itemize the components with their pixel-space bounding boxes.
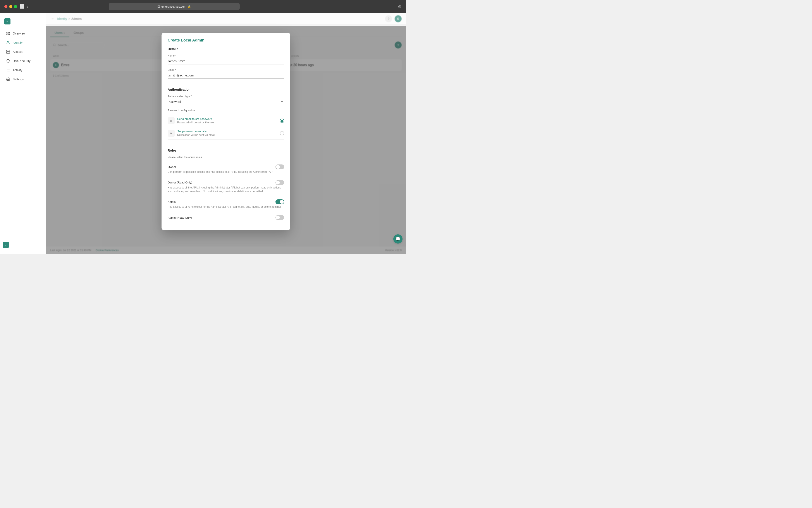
send-email-radio[interactable] <box>280 119 284 123</box>
name-label: Name * <box>168 54 284 57</box>
details-section-heading: Details <box>168 47 284 51</box>
set-manually-radio[interactable] <box>280 131 284 135</box>
sidebar-item-label: Settings <box>13 78 24 81</box>
traffic-lights <box>4 5 17 8</box>
email-field-group: Email * <box>168 68 284 79</box>
auth-type-field-group: Authentication type * Password ▼ <box>168 95 284 105</box>
user-icon <box>6 41 10 45</box>
sidebar-item-identity[interactable]: Identity <box>2 38 44 47</box>
admin-toggle[interactable] <box>275 199 284 204</box>
user-avatar[interactable]: E <box>395 15 402 22</box>
role-admin-readonly: Admin (Read Only) <box>168 212 284 224</box>
list-icon <box>6 68 10 72</box>
set-manually-option[interactable]: ✏ Set password manually Notification wil… <box>168 127 284 139</box>
sidebar-item-settings[interactable]: Settings <box>2 75 44 83</box>
divider-2 <box>168 144 284 144</box>
role-admin: Admin Has access to all APIs except for … <box>168 196 284 212</box>
browser-extensions: ⊕ <box>398 4 402 9</box>
auth-type-select[interactable]: Password <box>168 99 284 105</box>
modal-overlay[interactable]: Create Local Admin Details Name * Email … <box>46 26 406 254</box>
admin-readonly-toggle[interactable] <box>275 215 284 220</box>
close-button[interactable] <box>4 5 7 8</box>
send-email-left: ✉ Send email to set password Password wi… <box>168 117 215 124</box>
sidebar-item-label: Identity <box>13 41 22 44</box>
role-owner-readonly: Owner (Read Only) Has access to all the … <box>168 177 284 197</box>
svg-rect-5 <box>7 50 10 51</box>
email-label: Email * <box>168 68 284 72</box>
top-bar-right: ? E <box>385 15 402 22</box>
password-config-label: Password configuration <box>168 109 284 112</box>
browser-forward-button[interactable]: › <box>27 4 28 9</box>
breadcrumb-separator: > <box>68 17 70 20</box>
auth-type-label: Authentication type * <box>168 95 284 98</box>
gear-icon <box>6 77 10 81</box>
chat-button[interactable]: 💬 <box>393 234 403 244</box>
roles-section-heading: Roles <box>168 149 284 152</box>
app-wrapper: ✓ Overview Identity Access DNS security … <box>0 13 406 254</box>
breadcrumb: Identity > Admins <box>57 17 82 20</box>
sidebar-item-dns-security[interactable]: DNS security <box>2 57 44 65</box>
email-input[interactable] <box>168 72 284 79</box>
address-bar[interactable]: ☑ enterprise.fyde.com 🔒 <box>109 3 240 10</box>
auth-section-heading: Authentication <box>168 88 284 91</box>
auth-type-select-wrapper: Password ▼ <box>168 99 284 105</box>
svg-rect-0 <box>7 32 8 33</box>
divider-1 <box>168 83 284 83</box>
role-admin-header: Admin <box>168 199 284 204</box>
browser-back-button[interactable]: ⬜ <box>19 4 25 9</box>
role-owner-readonly-header: Owner (Read Only) <box>168 180 284 185</box>
role-admin-readonly-header: Admin (Read Only) <box>168 215 284 220</box>
minimize-button[interactable] <box>9 5 12 8</box>
role-owner-readonly-name: Owner (Read Only) <box>168 181 192 184</box>
bottom-logo: ✓ <box>3 242 9 248</box>
email-icon: ✉ <box>168 117 175 124</box>
back-button[interactable]: ← <box>50 16 55 22</box>
role-admin-name: Admin <box>168 200 176 204</box>
sidebar-item-label: Activity <box>13 68 22 72</box>
role-owner-desc: Can perform all possible actions and has… <box>168 170 284 174</box>
sidebar-bottom: ✓ <box>0 239 46 251</box>
url-text: enterprise.fyde.com <box>161 5 186 8</box>
logo-icon: ✓ <box>4 18 10 25</box>
secure-icon: 🔒 <box>187 5 191 8</box>
send-email-title: Send email to set password <box>177 117 215 121</box>
breadcrumb-current: Admins <box>72 17 82 20</box>
sidebar-logo: ✓ <box>0 16 46 29</box>
role-admin-desc: Has access to all APIs except for the Ad… <box>168 205 284 209</box>
sidebar-item-activity[interactable]: Activity <box>2 66 44 74</box>
sidebar-item-access[interactable]: Access <box>2 48 44 56</box>
create-local-admin-modal: Create Local Admin Details Name * Email … <box>162 33 290 230</box>
svg-rect-2 <box>7 34 8 35</box>
pencil-icon: ✏ <box>168 130 175 137</box>
role-owner-name: Owner <box>168 165 176 169</box>
set-manually-title: Set password manually <box>177 130 215 133</box>
set-manually-subtitle: Notification will be sent via email <box>177 133 215 136</box>
breadcrumb-identity[interactable]: Identity <box>57 17 67 20</box>
name-input[interactable] <box>168 58 284 65</box>
svg-rect-3 <box>8 34 10 35</box>
sidebar-item-overview[interactable]: Overview <box>2 29 44 38</box>
modal-header: Create Local Admin <box>162 33 290 43</box>
set-manually-text: Set password manually Notification will … <box>177 130 215 136</box>
svg-point-15 <box>8 79 9 80</box>
top-bar: ← Identity > Admins ? E <box>46 13 406 25</box>
roles-instruction: Please select the admin roles <box>168 156 284 159</box>
svg-rect-1 <box>8 32 10 33</box>
modal-body: Details Name * Email * Authentication Au… <box>162 47 290 230</box>
sidebar: ✓ Overview Identity Access DNS security … <box>0 13 46 254</box>
role-admin-readonly-name: Admin (Read Only) <box>168 216 192 219</box>
sidebar-item-label: DNS security <box>13 59 31 63</box>
shield-icon <box>6 59 10 63</box>
owner-toggle[interactable] <box>275 164 284 169</box>
role-owner-header: Owner <box>168 164 284 169</box>
help-icon[interactable]: ? <box>385 15 392 22</box>
owner-readonly-toggle[interactable] <box>275 180 284 185</box>
lock-icon: ☑ <box>157 5 160 8</box>
grid-icon <box>6 32 10 35</box>
sidebar-item-label: Access <box>13 50 22 53</box>
server-icon <box>6 50 10 54</box>
send-email-text: Send email to set password Password will… <box>177 117 215 124</box>
send-email-option[interactable]: ✉ Send email to set password Password wi… <box>168 115 284 127</box>
role-owner: Owner Can perform all possible actions a… <box>168 161 284 177</box>
maximize-button[interactable] <box>14 5 17 8</box>
